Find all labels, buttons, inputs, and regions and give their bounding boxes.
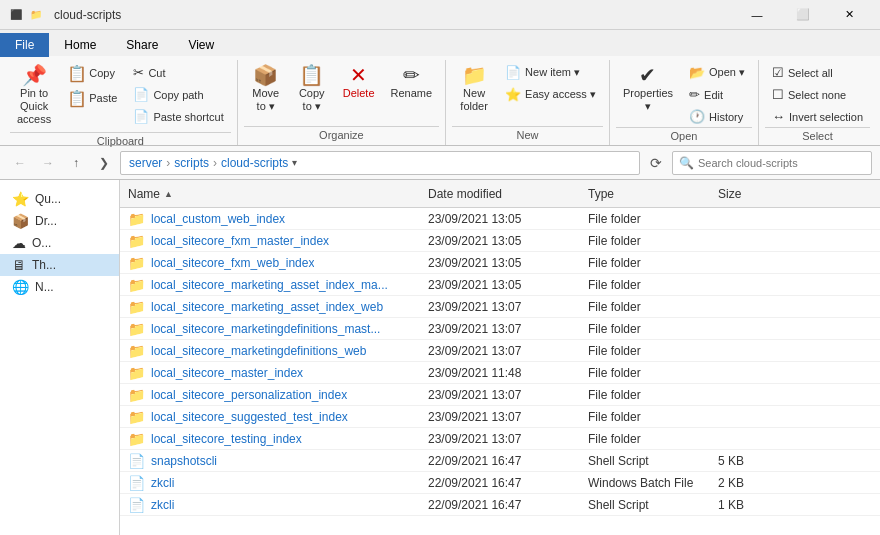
quick-access-icon: ⭐ <box>12 191 29 207</box>
minimize-button[interactable]: — <box>734 0 780 30</box>
table-row[interactable]: 📁 local_sitecore_personalization_index 2… <box>120 384 880 406</box>
delete-icon: ✕ <box>350 65 367 85</box>
file-date: 23/09/2021 13:05 <box>420 256 580 270</box>
file-date: 23/09/2021 13:07 <box>420 300 580 314</box>
ribbon-group-clipboard: 📌 Pin to Quickaccess 📋 Copy 📋 Paste ✂ Cu… <box>4 60 238 145</box>
select-none-button[interactable]: ☐ Select none <box>765 84 870 105</box>
invert-selection-button[interactable]: ↔ Invert selection <box>765 106 870 127</box>
edit-icon: ✏ <box>689 87 700 102</box>
file-name-text: zkcli <box>151 476 174 490</box>
tab-home[interactable]: Home <box>49 33 111 57</box>
col-header-name[interactable]: Name ▲ <box>120 187 420 201</box>
table-row[interactable]: 📄 snapshotscli 22/09/2021 16:47 Shell Sc… <box>120 450 880 472</box>
breadcrumb-dropdown[interactable]: ▾ <box>292 157 297 168</box>
script-icon: 📄 <box>128 497 145 513</box>
table-row[interactable]: 📁 local_sitecore_marketingdefinitions_we… <box>120 340 880 362</box>
file-name: 📁 local_sitecore_marketingdefinitions_we… <box>120 343 420 359</box>
sidebar-item-onedrive[interactable]: ☁ O... <box>0 232 119 254</box>
file-name-text: local_sitecore_marketing_asset_index_web <box>151 300 383 314</box>
file-type: File folder <box>580 410 710 424</box>
easy-access-button[interactable]: ⭐ Easy access ▾ <box>498 84 603 105</box>
folder-icon: 📁 <box>128 277 145 293</box>
sidebar-item-quick-access[interactable]: ⭐ Qu... <box>0 188 119 210</box>
select-all-button[interactable]: ☑ Select all <box>765 62 870 83</box>
folder-icon: 📁 <box>128 431 145 447</box>
table-row[interactable]: 📄 zkcli 22/09/2021 16:47 Shell Script 1 … <box>120 494 880 516</box>
tab-file[interactable]: File <box>0 33 49 57</box>
new-item-button[interactable]: 📄 New item ▾ <box>498 62 603 83</box>
select-all-icon: ☑ <box>772 65 784 80</box>
delete-button[interactable]: ✕ Delete <box>336 60 382 105</box>
file-type: File folder <box>580 300 710 314</box>
file-name: 📁 local_sitecore_suggested_test_index <box>120 409 420 425</box>
breadcrumb-cloud-scripts[interactable]: cloud-scripts <box>221 156 288 170</box>
open-content: ✔ Properties▾ 📂 Open ▾ ✏ Edit 🕐 History <box>616 60 752 127</box>
file-name-text: local_sitecore_suggested_test_index <box>151 410 348 424</box>
paste-shortcut-button[interactable]: 📄 Paste shortcut <box>126 106 230 127</box>
maximize-button[interactable]: ⬜ <box>780 0 826 30</box>
rename-button[interactable]: ✏ Rename <box>384 60 440 105</box>
file-name-text: zkcli <box>151 498 174 512</box>
properties-icon: ✔ <box>639 65 656 85</box>
back-button[interactable]: ← <box>8 151 32 175</box>
paste-button[interactable]: 📋 Paste <box>60 87 124 111</box>
copy-button[interactable]: 📋 Copy <box>60 62 124 86</box>
pin-to-quick-access-button[interactable]: 📌 Pin to Quickaccess <box>10 60 58 132</box>
ribbon-group-new: 📁 Newfolder 📄 New item ▾ ⭐ Easy access ▾… <box>446 60 610 145</box>
file-date: 23/09/2021 13:05 <box>420 278 580 292</box>
table-row[interactable]: 📁 local_sitecore_marketingdefinitions_ma… <box>120 318 880 340</box>
properties-button[interactable]: ✔ Properties▾ <box>616 60 680 118</box>
edit-button[interactable]: ✏ Edit <box>682 84 752 105</box>
open-icon: 📂 <box>689 65 705 80</box>
history-button[interactable]: 🕐 History <box>682 106 752 127</box>
title-bar: ⬛ 📁 cloud-scripts — ⬜ ✕ <box>0 0 880 30</box>
sidebar-item-this-pc[interactable]: 🖥 Th... <box>0 254 119 276</box>
ribbon-group-organize: 📦 Moveto ▾ 📋 Copyto ▾ ✕ Delete ✏ Rename … <box>238 60 446 145</box>
up-button[interactable]: ↑ <box>64 151 88 175</box>
script-icon: 📄 <box>128 453 145 469</box>
sidebar-item-dropbox[interactable]: 📦 Dr... <box>0 210 119 232</box>
copy-path-button[interactable]: 📄 Copy path <box>126 84 230 105</box>
file-date: 22/09/2021 16:47 <box>420 476 580 490</box>
table-row[interactable]: 📁 local_sitecore_master_index 23/09/2021… <box>120 362 880 384</box>
open-button[interactable]: 📂 Open ▾ <box>682 62 752 83</box>
table-row[interactable]: 📁 local_sitecore_marketing_asset_index_m… <box>120 274 880 296</box>
sidebar-item-network[interactable]: 🌐 N... <box>0 276 119 298</box>
file-name-text: local_sitecore_marketingdefinitions_web <box>151 344 366 358</box>
file-date: 23/09/2021 13:07 <box>420 410 580 424</box>
col-header-type[interactable]: Type <box>580 187 710 201</box>
new-item-icon: 📄 <box>505 65 521 80</box>
clipboard-label: Clipboard <box>10 132 231 151</box>
table-row[interactable]: 📁 local_sitecore_testing_index 23/09/202… <box>120 428 880 450</box>
refresh-button[interactable]: ⟳ <box>644 151 668 175</box>
new-folder-button[interactable]: 📁 Newfolder <box>452 60 496 118</box>
col-header-date[interactable]: Date modified <box>420 187 580 201</box>
col-header-size[interactable]: Size <box>710 187 790 201</box>
cut-icon: ✂ <box>133 65 144 80</box>
table-row[interactable]: 📁 local_sitecore_fxm_master_index 23/09/… <box>120 230 880 252</box>
move-to-button[interactable]: 📦 Moveto ▾ <box>244 60 288 118</box>
table-row[interactable]: 📄 zkcli 22/09/2021 16:47 Windows Batch F… <box>120 472 880 494</box>
breadcrumb-scripts[interactable]: scripts <box>174 156 209 170</box>
search-icon: 🔍 <box>679 156 694 170</box>
breadcrumb-server[interactable]: server <box>129 156 162 170</box>
copy-to-button[interactable]: 📋 Copyto ▾ <box>290 60 334 118</box>
search-box: 🔍 <box>672 151 872 175</box>
file-name-text: local_sitecore_marketing_asset_index_ma.… <box>151 278 388 292</box>
table-row[interactable]: 📁 local_sitecore_suggested_test_index 23… <box>120 406 880 428</box>
ribbon: 📌 Pin to Quickaccess 📋 Copy 📋 Paste ✂ Cu… <box>0 56 880 146</box>
paste-shortcut-icon: 📄 <box>133 109 149 124</box>
forward-button[interactable]: → <box>36 151 60 175</box>
search-input[interactable] <box>698 157 865 169</box>
tab-share[interactable]: Share <box>111 33 173 57</box>
table-row[interactable]: 📁 local_sitecore_marketing_asset_index_w… <box>120 296 880 318</box>
path-icon: ❯ <box>92 151 116 175</box>
folder-icon: 📁 <box>128 365 145 381</box>
file-type: File folder <box>580 256 710 270</box>
cut-button[interactable]: ✂ Cut <box>126 62 230 83</box>
tab-view[interactable]: View <box>173 33 229 57</box>
close-button[interactable]: ✕ <box>826 0 872 30</box>
table-row[interactable]: 📁 local_sitecore_fxm_web_index 23/09/202… <box>120 252 880 274</box>
table-row[interactable]: 📁 local_custom_web_index 23/09/2021 13:0… <box>120 208 880 230</box>
file-date: 22/09/2021 16:47 <box>420 498 580 512</box>
